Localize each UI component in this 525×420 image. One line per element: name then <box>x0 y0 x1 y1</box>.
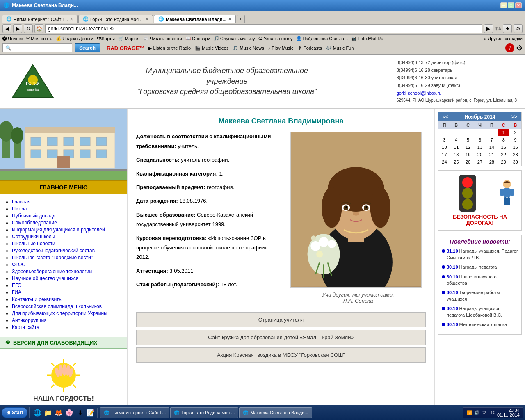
menu-link[interactable]: ЕГЭ <box>12 283 21 288</box>
calendar-day-cell[interactable]: 10 <box>438 144 450 151</box>
settings-icon[interactable]: ⚙ <box>516 43 523 52</box>
menu-link[interactable]: Карта сайта <box>12 324 39 330</box>
menu-link[interactable]: Научное общество учащихся <box>12 276 78 281</box>
calendar-day-cell[interactable]: 27 <box>474 158 486 166</box>
menu-link[interactable]: Здоровьесберегающие технологии <box>12 269 92 274</box>
tab-3-close[interactable]: ✕ <box>228 17 231 21</box>
tab-1-close[interactable]: ✕ <box>70 17 73 21</box>
bookmark-yandex[interactable]: 🅨 Яндекс <box>2 36 23 41</box>
bookmark-naidenkova[interactable]: 👤 Найденкова Светла... <box>296 36 348 41</box>
tab-2[interactable]: 🌐 Горки - это Родина моя ... ✕ <box>78 15 153 23</box>
menu-link[interactable]: Школьные новости <box>12 241 55 247</box>
close-button[interactable]: ✕ <box>515 2 522 8</box>
reload-button[interactable]: ↻ <box>24 24 33 33</box>
calendar-day-cell[interactable]: 7 <box>486 136 498 144</box>
calendar-day-cell[interactable]: 2 <box>509 129 521 136</box>
menu-link[interactable]: Сотрудники школы <box>12 234 55 240</box>
news-date[interactable]: 30.10 <box>447 322 459 327</box>
maximize-button[interactable]: □ <box>508 2 514 8</box>
calendar-day-cell[interactable]: 28 <box>486 158 498 166</box>
minimize-button[interactable]: ─ <box>500 2 507 8</box>
address-bar[interactable] <box>45 24 482 33</box>
home-button[interactable]: 🏠 <box>34 24 43 33</box>
utorrent-icon[interactable]: ⬇ <box>75 408 85 418</box>
calendar-day-cell[interactable]: 3 <box>438 136 450 144</box>
word-icon[interactable]: 📝 <box>86 408 96 418</box>
bookmark-music[interactable]: 🎵 Слушать музыку <box>214 36 255 41</box>
tab-2-close[interactable]: ✕ <box>145 17 148 21</box>
forward-button[interactable]: ▶ <box>13 24 22 33</box>
bookmark-money[interactable]: 💰 Яндекс.Деньги <box>56 36 94 41</box>
calendar-day-cell[interactable]: 23 <box>509 151 521 158</box>
news-date[interactable]: 30.10 <box>447 274 459 279</box>
news-date[interactable]: 30.10 <box>447 290 459 295</box>
menu-link[interactable]: Руководство.Педагогический состав <box>12 248 95 253</box>
menu-link[interactable]: Контакты и реквизиты <box>12 297 62 302</box>
calendar-day-cell[interactable]: 21 <box>486 151 498 158</box>
menu-link[interactable]: Главная <box>12 199 31 205</box>
calendar-day-cell[interactable]: 4 <box>450 136 462 144</box>
bookmark-maps[interactable]: 🗺 Карты <box>97 36 115 41</box>
bookmark-news[interactable]: 📰 Читать новости <box>143 36 182 41</box>
play-music-button[interactable]: ♪ Play Music <box>268 46 294 50</box>
menu-link[interactable]: Всероссийская олимпиада школьников <box>12 304 102 309</box>
calendar-day-cell[interactable]: 16 <box>509 144 521 151</box>
calendar-day-cell[interactable]: 25 <box>450 158 462 166</box>
calendar-day-cell[interactable]: 20 <box>474 151 486 158</box>
calendar-day-cell[interactable]: 12 <box>462 144 474 151</box>
teacher-link-button[interactable]: Акция Красная гвоздика в МБОУ "Горковска… <box>136 347 426 363</box>
tab-3[interactable]: 🌐 Макеева Светлана Влади... ✕ <box>154 15 236 23</box>
news-title[interactable]: Методическая копилка <box>459 322 507 327</box>
music-news-button[interactable]: 🎵 Music News <box>233 46 264 51</box>
bookmark-dict[interactable]: 📖 Словари <box>185 36 210 41</box>
calendar-day-cell[interactable]: 14 <box>486 144 498 151</box>
calendar-day-cell[interactable]: 15 <box>498 144 509 151</box>
calendar-prev[interactable]: << <box>441 114 450 120</box>
start-button[interactable]: ⊞ Start <box>2 407 27 418</box>
news-title[interactable]: Награды педагога <box>459 265 497 269</box>
news-date[interactable]: 30.10 <box>447 265 459 269</box>
taskbar-window-item[interactable]: 🌐 Горки - это Родина моя ... <box>170 407 238 418</box>
bookmark-market[interactable]: 🛒 Маркет <box>118 36 140 41</box>
bookmark-weather[interactable]: 🌤 Узнать погоду <box>258 36 293 41</box>
menu-link[interactable]: Школьная газета "Городские вести" <box>12 255 93 260</box>
new-tab-button[interactable]: + <box>237 15 245 23</box>
listen-radio-button[interactable]: ▶ Listen to the Radio <box>148 46 191 51</box>
calendar-day-cell[interactable]: 30 <box>509 158 521 166</box>
teacher-link-button[interactable]: Страница учителя <box>136 312 426 327</box>
bookmark-foto[interactable]: 📷 Foto.Mail.Ru <box>351 36 383 41</box>
other-bookmarks[interactable]: » Другие закладки <box>484 36 523 41</box>
music-fun-button[interactable]: 🎶 Music Fun <box>326 46 354 51</box>
calendar-day-cell[interactable]: 19 <box>462 151 474 158</box>
calendar-day-cell[interactable]: 9 <box>509 136 521 144</box>
menu-link[interactable]: Информация для учащихся и родителей <box>12 227 105 233</box>
calendar-day-cell[interactable]: 11 <box>450 144 462 151</box>
vision-toggle[interactable]: 👁 ВЕРСИЯ ДЛЯ СЛАБОВИДЯЩИХ <box>0 337 127 349</box>
ie-icon[interactable]: 🌐 <box>32 408 42 418</box>
menu-link[interactable]: ГИА <box>12 290 21 295</box>
folder-icon[interactable]: 📁 <box>43 408 53 418</box>
taskbar-window-item[interactable]: 🌐 Нигма-интернет : Сайт Г... <box>100 407 169 418</box>
podcasts-button[interactable]: 🎙 Podcasts <box>297 46 322 50</box>
calendar-day-cell[interactable]: 8 <box>498 136 509 144</box>
music-videos-button[interactable]: 🎬 Music Videos <box>195 46 228 51</box>
menu-link[interactable]: ФГОС <box>12 262 25 267</box>
calendar-day-cell[interactable]: 1 <box>498 129 509 136</box>
calendar-day-cell[interactable]: 5 <box>462 136 474 144</box>
taskbar-window-item[interactable]: 🌐 Макеева Светлана Влади... <box>239 407 312 418</box>
menu-link[interactable]: Самообследование <box>12 220 57 226</box>
settings-button[interactable]: ⚙ <box>514 24 523 33</box>
brand-logo[interactable]: RADIORAGE™ <box>107 45 144 51</box>
calendar-day-cell[interactable]: 26 <box>462 158 474 166</box>
calendar-day-cell[interactable]: 6 <box>474 136 486 144</box>
back-button[interactable]: ◀ <box>2 24 11 33</box>
search-input[interactable] <box>2 43 72 52</box>
menu-link[interactable]: Антикоррупция <box>12 317 47 323</box>
calendar-day-cell[interactable]: 18 <box>450 151 462 158</box>
calendar-day-cell[interactable]: 17 <box>438 151 450 158</box>
calendar-day-cell[interactable]: 22 <box>498 151 509 158</box>
calendar-day-cell[interactable]: 29 <box>498 158 509 166</box>
bookmark-mail[interactable]: ✉ Моя почта <box>26 36 52 41</box>
search-button[interactable]: Search <box>75 43 100 52</box>
calendar-day-cell[interactable]: 13 <box>474 144 486 151</box>
